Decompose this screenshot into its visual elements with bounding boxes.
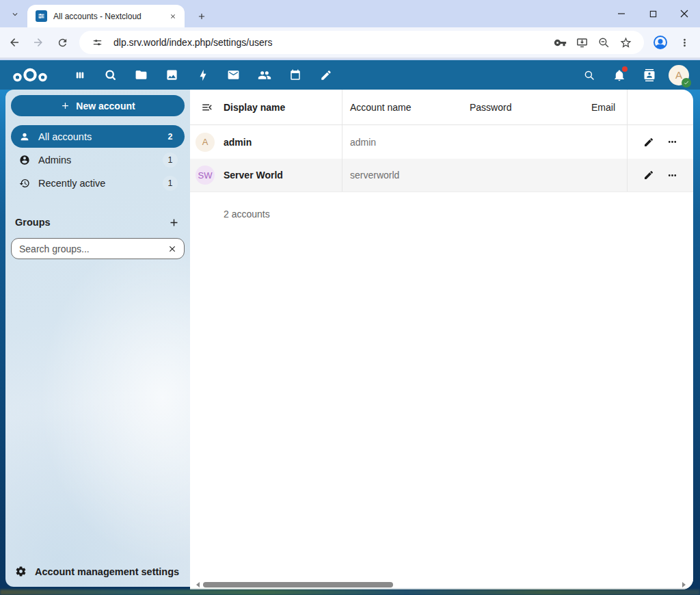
browser-menu-icon[interactable]	[675, 33, 695, 52]
tab-strip: All accounts - Nextcloud	[0, 0, 700, 27]
photos-icon[interactable]	[157, 60, 187, 90]
groups-section-header: Groups	[15, 211, 185, 234]
account-filters: All accounts 2 Admins 1 Recently active …	[11, 125, 185, 194]
sidebar-item-label: Recently active	[38, 178, 163, 189]
history-icon	[19, 178, 30, 189]
edit-icon[interactable]	[637, 163, 660, 187]
notifications-bell-icon[interactable]	[604, 60, 634, 90]
sidebar-item-all-accounts[interactable]: All accounts 2	[11, 125, 185, 148]
new-tab-button[interactable]	[193, 8, 211, 25]
count-badge: 2	[163, 129, 178, 144]
contacts-icon[interactable]	[249, 60, 280, 90]
scrollbar-thumb[interactable]	[203, 582, 393, 587]
edit-icon[interactable]	[637, 131, 660, 154]
close-button[interactable]	[669, 0, 700, 27]
maximize-button[interactable]	[637, 0, 669, 27]
tab-close-icon[interactable]	[167, 10, 179, 23]
calendar-icon[interactable]	[280, 60, 310, 90]
groups-label: Groups	[15, 217, 163, 228]
install-app-icon[interactable]	[573, 33, 592, 52]
app-content: New account All accounts 2 Admins 1	[0, 90, 700, 595]
status-check-badge	[682, 78, 691, 88]
clear-search-icon[interactable]	[163, 240, 181, 258]
browser-toolbar	[0, 27, 700, 59]
unified-search-icon[interactable]	[574, 60, 604, 90]
table-header: Display name Account name Password Email	[190, 90, 693, 125]
tab-title: All accounts - Nextcloud	[53, 12, 167, 21]
notes-icon[interactable]	[310, 60, 341, 90]
column-password: Password	[470, 102, 511, 113]
group-search	[11, 238, 185, 259]
scroll-left-icon[interactable]	[196, 582, 201, 587]
header-right: A	[574, 60, 695, 90]
sidebar: New account All accounts 2 Admins 1	[5, 90, 190, 587]
activity-icon[interactable]	[187, 60, 218, 90]
account-icon	[19, 131, 30, 142]
browser-window: All accounts - Nextcloud	[0, 0, 700, 595]
accounts-panel: Display name Account name Password Email…	[190, 90, 693, 590]
settings-footer-label: Account management settings	[35, 566, 179, 577]
nextcloud-logo[interactable]	[12, 66, 48, 84]
bookmark-star-icon[interactable]	[617, 33, 636, 52]
sidebar-item-recently-active[interactable]: Recently active 1	[11, 172, 185, 194]
contacts-book-icon[interactable]	[634, 60, 664, 90]
browser-actions	[649, 31, 700, 53]
more-icon[interactable]	[660, 131, 684, 154]
sidebar-item-admins[interactable]: Admins 1	[11, 148, 185, 171]
mail-icon[interactable]	[218, 60, 249, 90]
more-icon[interactable]	[660, 163, 684, 187]
omnibox[interactable]	[79, 31, 644, 54]
zoom-out-icon[interactable]	[595, 33, 614, 52]
new-account-label: New account	[76, 101, 135, 111]
chevron-down-icon	[10, 10, 20, 19]
account-name: admin	[350, 137, 376, 148]
wallpaper-bottom-edge	[0, 590, 700, 595]
app-menu	[64, 60, 341, 90]
tab-search-button[interactable]	[5, 5, 25, 23]
user-avatar[interactable]: A	[669, 65, 689, 85]
files-icon[interactable]	[126, 60, 157, 90]
url-input[interactable]	[113, 37, 551, 48]
table-row: A admin admin	[190, 125, 693, 159]
gear-icon	[15, 566, 27, 577]
new-account-button[interactable]: New account	[11, 95, 185, 116]
dashboard-icon[interactable]	[64, 60, 95, 90]
avatar: SW	[196, 166, 215, 185]
count-badge: 1	[163, 153, 178, 168]
table-row: SW Server World serverworld	[190, 159, 693, 192]
browser-tab[interactable]: All accounts - Nextcloud	[27, 5, 185, 27]
nextcloud-header: A	[0, 60, 700, 90]
account-name: serverworld	[350, 170, 399, 181]
reload-button[interactable]	[53, 31, 72, 53]
collapse-columns-icon[interactable]	[201, 101, 213, 114]
sidebar-item-label: Admins	[38, 155, 163, 166]
account-management-settings-button[interactable]: Account management settings	[15, 566, 179, 577]
search-groups-input[interactable]	[19, 243, 163, 254]
minimize-button[interactable]	[606, 0, 637, 27]
column-account-name: Account name	[350, 102, 412, 113]
display-name: admin	[224, 137, 252, 148]
horizontal-scrollbar[interactable]	[190, 580, 693, 590]
passwords-key-icon[interactable]	[551, 33, 570, 52]
browser-profile-icon[interactable]	[649, 31, 671, 53]
user-avatar-initial: A	[675, 69, 682, 81]
avatar: A	[196, 133, 215, 152]
admin-icon	[19, 155, 30, 166]
display-name: Server World	[224, 170, 283, 181]
sidebar-item-label: All accounts	[38, 131, 163, 142]
column-email: Email	[591, 102, 615, 113]
column-display-name: Display name	[224, 102, 285, 113]
accounts-summary: 2 accounts	[190, 192, 693, 220]
back-button[interactable]	[4, 31, 24, 53]
forward-button[interactable]	[28, 31, 48, 53]
window-controls	[606, 0, 700, 27]
add-group-button[interactable]	[163, 211, 185, 233]
scroll-right-icon[interactable]	[681, 582, 686, 587]
nextcloud-settings-favicon	[36, 10, 47, 22]
site-info-icon[interactable]	[88, 34, 108, 51]
notification-dot	[622, 66, 628, 72]
search-icon[interactable]	[95, 60, 126, 90]
count-badge: 1	[163, 176, 178, 191]
